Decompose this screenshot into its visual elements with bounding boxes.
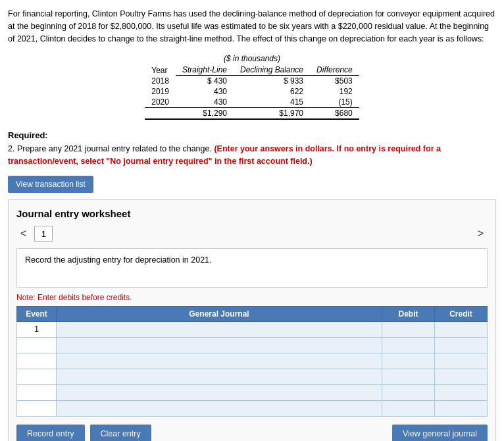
declining-2018: $ 933 [234, 76, 310, 87]
page-number: 1 [34, 226, 53, 242]
credit-input-6[interactable] [435, 401, 487, 416]
journal-cell-6[interactable] [57, 400, 382, 416]
header-debit: Debit [382, 306, 435, 321]
view-transaction-button[interactable]: View transaction list [8, 176, 93, 193]
table-total-row: $1,290 $1,970 $680 [145, 108, 359, 120]
credit-input-4[interactable] [435, 369, 487, 384]
credit-cell-2[interactable] [435, 337, 488, 353]
required-section: Required: 2. Prepare any 2021 journal en… [8, 130, 496, 168]
total-straight: $1,290 [176, 108, 234, 120]
total-label [145, 108, 176, 120]
col-year-header: Year [145, 65, 176, 76]
required-instruction: 2. Prepare any 2021 journal entry relate… [8, 143, 496, 168]
journal-input-1[interactable] [57, 322, 382, 337]
declining-2020: 415 [234, 97, 310, 108]
journal-cell-2[interactable] [57, 337, 382, 353]
note-text: Note: Enter debits before credits. [16, 293, 488, 302]
journal-input-5[interactable] [57, 385, 382, 400]
debit-cell-5[interactable] [382, 384, 435, 400]
journal-cell-1[interactable] [57, 321, 382, 337]
year-2019: 2019 [145, 86, 176, 97]
journal-row-6 [17, 400, 488, 416]
instruction-text: Record the adjusting entry for depreciat… [25, 255, 212, 265]
credit-cell-6[interactable] [435, 400, 488, 416]
credit-input-2[interactable] [435, 338, 487, 353]
credit-input-3[interactable] [435, 353, 487, 369]
instruction-plain: 2. Prepare any 2021 journal entry relate… [8, 144, 214, 153]
year-2020: 2020 [145, 97, 176, 108]
worksheet-title: Journal entry worksheet [16, 208, 488, 219]
debit-input-3[interactable] [382, 353, 434, 369]
debit-input-2[interactable] [382, 338, 434, 353]
declining-2019: 622 [234, 86, 310, 97]
diff-2019: 192 [310, 86, 359, 97]
intro-paragraph: For financial reporting, Clinton Poultry… [8, 8, 496, 45]
journal-cell-4[interactable] [57, 369, 382, 384]
journal-cell-5[interactable] [57, 384, 382, 400]
journal-row-5 [17, 384, 488, 400]
total-declining: $1,970 [234, 108, 310, 120]
worksheet-container: Journal entry worksheet < 1 > Record the… [8, 199, 496, 441]
event-cell-3 [17, 353, 57, 369]
col-diff-header: Difference [310, 65, 359, 76]
nav-row: < 1 > [16, 226, 488, 242]
table-row: 2019 430 622 192 [145, 86, 359, 97]
bottom-buttons: Record entry Clear entry View general jo… [16, 425, 488, 441]
credit-cell-1[interactable] [435, 321, 488, 337]
straight-2020: 430 [176, 97, 234, 108]
debit-input-5[interactable] [382, 385, 434, 400]
debit-cell-6[interactable] [382, 400, 435, 416]
header-journal: General Journal [57, 306, 382, 321]
debit-input-6[interactable] [382, 401, 434, 416]
debit-input-4[interactable] [382, 369, 434, 384]
debit-cell-4[interactable] [382, 369, 435, 384]
straight-2019: 430 [176, 86, 234, 97]
total-diff: $680 [310, 108, 359, 120]
event-cell-4 [17, 369, 57, 384]
instruction-box: Record the adjusting entry for depreciat… [16, 248, 488, 288]
credit-cell-4[interactable] [435, 369, 488, 384]
event-cell-1: 1 [17, 321, 57, 337]
nav-prev-button[interactable]: < [16, 226, 30, 241]
col-straight-header: Straight-Line [176, 65, 234, 76]
journal-row-2 [17, 337, 488, 353]
table-subheader: ($ in thousands) [8, 54, 496, 63]
event-cell-6 [17, 400, 57, 416]
view-general-journal-button[interactable]: View general journal [392, 425, 488, 441]
journal-input-2[interactable] [57, 338, 382, 353]
diff-2020: (15) [310, 97, 359, 108]
journal-row-1: 1 [17, 321, 488, 337]
debit-input-1[interactable] [382, 322, 434, 337]
debit-cell-1[interactable] [382, 321, 435, 337]
journal-table: Event General Journal Debit Credit 1 [16, 306, 488, 417]
journal-input-6[interactable] [57, 401, 382, 416]
col-declining-header: Declining Balance [234, 65, 310, 76]
credit-input-5[interactable] [435, 385, 487, 400]
event-cell-2 [17, 337, 57, 353]
header-event: Event [17, 306, 57, 321]
header-credit: Credit [435, 306, 488, 321]
journal-cell-3[interactable] [57, 353, 382, 369]
journal-input-4[interactable] [57, 369, 382, 384]
straight-2018: $ 430 [176, 76, 234, 87]
year-2018: 2018 [145, 76, 176, 87]
credit-cell-5[interactable] [435, 384, 488, 400]
diff-2018: $503 [310, 76, 359, 87]
nav-next-button[interactable]: > [474, 226, 488, 241]
depreciation-table: Year Straight-Line Declining Balance Dif… [145, 65, 359, 120]
required-label: Required: [8, 130, 496, 140]
journal-row-3 [17, 353, 488, 369]
debit-cell-3[interactable] [382, 353, 435, 369]
clear-entry-button[interactable]: Clear entry [90, 425, 151, 441]
credit-input-1[interactable] [435, 322, 487, 337]
record-entry-button[interactable]: Record entry [16, 425, 85, 441]
debit-cell-2[interactable] [382, 337, 435, 353]
journal-row-4 [17, 369, 488, 384]
depreciation-table-section: ($ in thousands) Year Straight-Line Decl… [8, 54, 496, 120]
event-cell-5 [17, 384, 57, 400]
credit-cell-3[interactable] [435, 353, 488, 369]
table-row: 2020 430 415 (15) [145, 97, 359, 108]
journal-input-3[interactable] [57, 353, 382, 369]
table-row: 2018 $ 430 $ 933 $503 [145, 76, 359, 87]
